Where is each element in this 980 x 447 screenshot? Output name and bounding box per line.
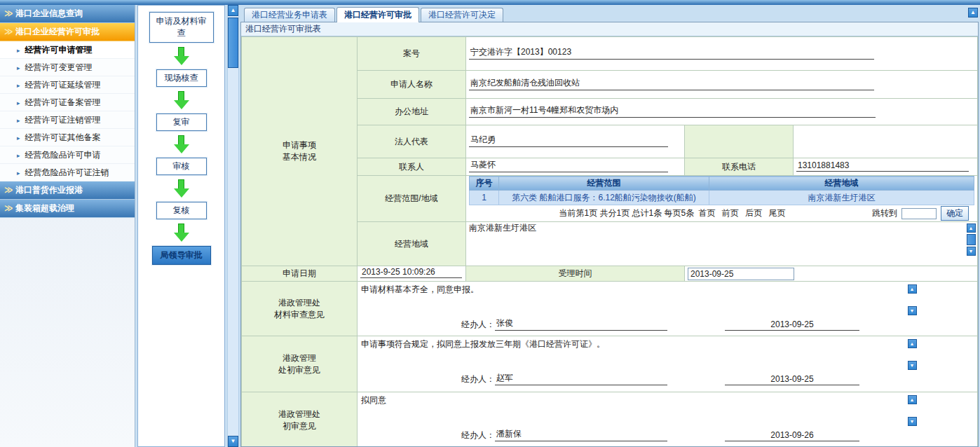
sidebar-subitem-license-cancel-mgmt[interactable]: ▸经营许可证注销管理 xyxy=(0,111,135,129)
down-arrow-icon: ▼ xyxy=(969,249,974,254)
scroll-down-button[interactable]: ▼ xyxy=(908,417,917,426)
tab-business-application-form[interactable]: 港口经营业务申请表 xyxy=(244,8,335,22)
pager-last-button[interactable]: 尾页 xyxy=(769,208,786,218)
sidebar-subitem-license-change-mgmt[interactable]: ▸经营许可变更管理 xyxy=(0,59,135,76)
sidebar-subitem-label: 经营危险品许可申请 xyxy=(25,150,101,160)
handler-name-input[interactable]: 赵军 xyxy=(495,372,667,385)
sidebar-subitem-label: 经营许可证延续管理 xyxy=(25,80,101,90)
opinion-date-input[interactable]: 2013-09-25 xyxy=(725,319,859,331)
sidebar-item-enterprise-info-query[interactable]: ≫港口企业信息查询 xyxy=(0,5,135,23)
scrollbar-thumb[interactable] xyxy=(228,18,238,68)
area-textarea[interactable]: 南京港新生圩港区 ▲ ▼ xyxy=(466,222,978,266)
handler-name-input[interactable]: 张俊 xyxy=(495,317,667,331)
accept-date-input[interactable]: 2013-09-25 xyxy=(688,268,794,280)
down-arrow-icon xyxy=(174,224,189,242)
jump-page-input[interactable] xyxy=(901,208,937,219)
sidebar-item-license-approval[interactable]: ≫港口企业经营许可审批 xyxy=(0,23,135,41)
scroll-up-button[interactable]: ▲ xyxy=(908,284,917,294)
down-arrow-icon xyxy=(174,47,189,65)
down-arrow-icon: ▼ xyxy=(910,419,915,424)
scope-row-area: 南京港新生圩港区 xyxy=(709,191,974,205)
scope-table-row[interactable]: 1 第六类 船舶港口服务：6.12船舶污染物接收(船舶) 南京港新生圩港区 xyxy=(470,191,974,205)
workflow-step-application-review[interactable]: 申请及材料审查 xyxy=(149,12,214,43)
handler-name-input[interactable]: 潘新保 xyxy=(495,428,667,441)
up-arrow-icon: ▲ xyxy=(910,341,915,346)
workflow-step-reaudit[interactable]: 复核 xyxy=(156,202,207,219)
scroll-up-button[interactable]: ▲ xyxy=(228,5,238,16)
opinion-preliminary-review-textarea[interactable]: 申请事项符合规定，拟同意上报发放三年期《港口经营许可证》。 ▲ ▼ xyxy=(358,336,977,371)
applicant-label: 申请人名称 xyxy=(358,71,466,99)
opinion-scrollbar[interactable]: ▲ ▼ xyxy=(907,395,917,426)
scroll-down-button[interactable]: ▼ xyxy=(908,361,917,370)
scroll-up-button[interactable]: ▲ xyxy=(967,224,976,233)
triangle-bullet-icon: ▸ xyxy=(17,47,20,54)
phone-input[interactable]: 13101881483 xyxy=(796,160,969,172)
case-no-input[interactable]: 宁交港许字【2013】00123 xyxy=(469,46,874,60)
opinion-material-review-textarea[interactable]: 申请材料基本齐全，同意申报。 ▲ ▼ xyxy=(358,282,977,317)
sidebar-subitem-dangerous-goods-apply[interactable]: ▸经营危险品许可申请 xyxy=(0,146,135,164)
scroll-down-button[interactable]: ▼ xyxy=(967,247,976,256)
sidebar-subitem-dangerous-goods-cancel[interactable]: ▸经营危险品许可证注销 xyxy=(0,164,135,181)
opinion-scrollbar[interactable]: ▲ ▼ xyxy=(907,284,917,315)
handler-label: 经办人： xyxy=(461,373,495,385)
scrollbar-thumb[interactable] xyxy=(967,234,976,245)
scope-row-scope: 第六类 船舶港口服务：6.12船舶污染物接收(船舶) xyxy=(499,191,709,205)
pager-first-button[interactable]: 首页 xyxy=(699,208,716,218)
jump-confirm-button[interactable]: 确定 xyxy=(941,206,969,221)
double-chevron-icon: ≫ xyxy=(4,200,15,217)
scroll-up-button[interactable]: ▲ xyxy=(908,395,917,404)
area-scrollbar[interactable]: ▲ ▼ xyxy=(966,224,976,256)
address-input[interactable]: 南京市新河一村11号4幢郑和农贸市场内 xyxy=(469,104,876,118)
triangle-bullet-icon: ▸ xyxy=(17,99,20,106)
apply-date-input[interactable]: 2013-9-25 10:09:26 xyxy=(360,267,462,278)
handler-label: 经办人： xyxy=(461,429,495,441)
opinion-text: 申请事项符合规定，拟同意上报发放三年期《港口经营许可证》。 xyxy=(361,339,605,349)
sidebar: ≫港口企业信息查询 ≫港口企业经营许可审批 ▸经营许可申请管理 ▸经营许可变更管… xyxy=(0,5,135,447)
pager-prev-button[interactable]: 前页 xyxy=(722,208,739,218)
sidebar-item-container-overload[interactable]: ≫集装箱超载治理 xyxy=(0,200,135,218)
down-arrow-icon xyxy=(174,179,189,198)
sidebar-subitem-label: 经营许可证注销管理 xyxy=(25,115,101,125)
opinion-preliminary-review-label: 港政管理 处初审意见 xyxy=(242,336,358,392)
sidebar-item-label: 港口企业经营许可审批 xyxy=(15,27,100,36)
opinion-label-line1: 港政管理处 xyxy=(278,409,320,419)
up-arrow-icon: ▲ xyxy=(910,287,915,291)
workflow-step-audit[interactable]: 审核 xyxy=(156,158,207,175)
triangle-bullet-icon: ▸ xyxy=(17,117,20,124)
scrollbar-track[interactable] xyxy=(228,68,238,436)
sidebar-subitem-license-other-record[interactable]: ▸经营许可证其他备案 xyxy=(0,129,135,146)
scope-row-no: 1 xyxy=(470,191,499,205)
down-arrow-icon xyxy=(174,91,189,109)
main-scroll-up-button[interactable]: ▲ xyxy=(968,8,978,18)
scroll-down-button[interactable]: ▼ xyxy=(908,306,917,315)
sidebar-subitem-license-renewal-mgmt[interactable]: ▸经营许可证延续管理 xyxy=(0,76,135,94)
handler-label: 经办人： xyxy=(461,319,495,331)
approval-form-table: 申请事项 基本情况 案号 宁交港许字【2013】00123 申请人名称 南京纪发… xyxy=(241,36,978,447)
middle-vertical-scrollbar[interactable]: ▲ ▼ xyxy=(227,5,239,447)
workflow-step-recheck[interactable]: 复审 xyxy=(156,114,207,131)
tab-license-approval[interactable]: 港口经营许可审批 xyxy=(336,7,419,22)
contact-input[interactable]: 马菱怀 xyxy=(469,159,668,172)
sidebar-subitem-label: 经营许可证备案管理 xyxy=(25,97,101,107)
sidebar-item-cargo-report[interactable]: ≫港口普货作业报港 xyxy=(0,181,135,200)
workflow-step-leader-approval[interactable]: 局领导审批 xyxy=(152,246,211,265)
workflow-step-site-check[interactable]: 现场核查 xyxy=(156,69,207,87)
scroll-up-button[interactable]: ▲ xyxy=(908,339,917,348)
sidebar-subitem-label: 经营危险品许可证注销 xyxy=(25,167,109,177)
sidebar-subitem-license-record-mgmt[interactable]: ▸经营许可证备案管理 xyxy=(0,94,135,111)
tab-license-decision[interactable]: 港口经营许可决定 xyxy=(421,8,503,22)
opinion-scrollbar[interactable]: ▲ ▼ xyxy=(907,339,917,370)
apply-date-label: 申请日期 xyxy=(242,266,358,282)
applicant-input[interactable]: 南京纪发船舶清仓残油回收站 xyxy=(469,77,874,90)
sidebar-subitem-license-apply-mgmt[interactable]: ▸经营许可申请管理 xyxy=(0,41,135,59)
scroll-down-button[interactable]: ▼ xyxy=(228,436,238,447)
opinion-preliminary-review-cell: 申请事项符合规定，拟同意上报发放三年期《港口经营许可证》。 ▲ ▼ 经办人： 赵… xyxy=(358,336,978,392)
opinion-second-review-textarea[interactable]: 拟同意 ▲ ▼ xyxy=(358,392,977,427)
case-no-label: 案号 xyxy=(358,37,466,71)
opinion-date-input[interactable]: 2013-09-25 xyxy=(725,374,859,385)
scope-col-header-no: 序号 xyxy=(470,177,499,191)
pager-next-button[interactable]: 后页 xyxy=(745,208,762,218)
opinion-date-input[interactable]: 2013-09-26 xyxy=(725,430,859,441)
form-title: 港口经营许可审批表 xyxy=(241,22,978,36)
legal-rep-input[interactable]: 马纪勇 xyxy=(469,134,668,147)
